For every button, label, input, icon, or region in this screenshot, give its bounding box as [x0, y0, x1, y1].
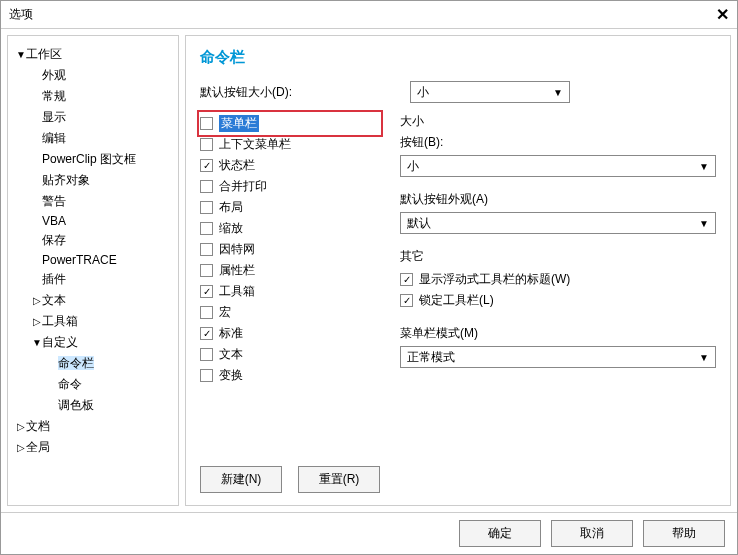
- tree-caret-icon: ▷: [32, 316, 42, 327]
- checkbox-label: 缩放: [219, 220, 243, 237]
- tree-item-label: 调色板: [58, 398, 94, 412]
- chevron-down-icon: ▼: [553, 87, 563, 98]
- checkbox-label: 上下文菜单栏: [219, 136, 291, 153]
- panel-title: 命令栏: [200, 48, 716, 67]
- checkbox-icon: [200, 369, 213, 382]
- checkbox-icon: [200, 264, 213, 277]
- tree-item[interactable]: 编辑: [12, 128, 174, 149]
- appearance-value: 默认: [407, 215, 431, 232]
- tree-item[interactable]: ▷文本: [12, 290, 174, 311]
- checkbox-icon: [200, 117, 213, 130]
- cancel-button[interactable]: 取消: [551, 520, 633, 547]
- size-group-label: 大小: [400, 113, 716, 130]
- tree-item[interactable]: 警告: [12, 191, 174, 212]
- tree-item[interactable]: VBA: [12, 212, 174, 230]
- mode-value: 正常模式: [407, 349, 455, 366]
- show-title-checkbox[interactable]: 显示浮动式工具栏的标题(W): [400, 269, 716, 290]
- properties-column: 大小 按钮(B): 小 ▼ 默认按钮外观(A) 默认 ▼: [400, 113, 716, 454]
- checkbox-icon: [200, 348, 213, 361]
- show-title-label: 显示浮动式工具栏的标题(W): [419, 271, 570, 288]
- tree-item-label: 命令: [58, 377, 82, 391]
- reset-button[interactable]: 重置(R): [298, 466, 380, 493]
- toolbar-checkbox-item[interactable]: 缩放: [200, 218, 380, 239]
- checkbox-label: 变换: [219, 367, 243, 384]
- tree-item-label: 贴齐对象: [42, 173, 90, 187]
- tree-item[interactable]: 保存: [12, 230, 174, 251]
- toolbar-checklist: 菜单栏上下文菜单栏状态栏合并打印布局缩放因特网属性栏工具箱宏标准文本变换: [200, 113, 380, 454]
- window-title: 选项: [9, 6, 33, 23]
- new-button[interactable]: 新建(N): [200, 466, 282, 493]
- toolbar-checkbox-item[interactable]: 标准: [200, 323, 380, 344]
- checkbox-icon: [200, 201, 213, 214]
- tree-item[interactable]: PowerTRACE: [12, 251, 174, 269]
- tree-item[interactable]: ▷全局: [12, 437, 174, 458]
- tree-item[interactable]: 贴齐对象: [12, 170, 174, 191]
- tree-item[interactable]: 常规: [12, 86, 174, 107]
- button-size-dropdown[interactable]: 小 ▼: [400, 155, 716, 177]
- tree-item-label: 显示: [42, 110, 66, 124]
- tree-caret-icon: ▷: [16, 421, 26, 432]
- close-icon[interactable]: ✕: [716, 5, 729, 24]
- appearance-group: 默认按钮外观(A) 默认 ▼: [400, 191, 716, 234]
- lock-toolbar-checkbox[interactable]: 锁定工具栏(L): [400, 290, 716, 311]
- size-group: 大小 按钮(B): 小 ▼: [400, 113, 716, 177]
- checkbox-icon: [200, 138, 213, 151]
- toolbar-checkbox-item[interactable]: 宏: [200, 302, 380, 323]
- tree-item[interactable]: 外观: [12, 65, 174, 86]
- tree-item-label: 文档: [26, 419, 50, 433]
- help-button[interactable]: 帮助: [643, 520, 725, 547]
- toolbar-checkbox-item[interactable]: 属性栏: [200, 260, 380, 281]
- tree-item[interactable]: 调色板: [12, 395, 174, 416]
- checkbox-icon: [200, 159, 213, 172]
- mode-dropdown[interactable]: 正常模式 ▼: [400, 346, 716, 368]
- tree-item[interactable]: 插件: [12, 269, 174, 290]
- checkbox-label: 状态栏: [219, 157, 255, 174]
- toolbar-checkbox-item[interactable]: 状态栏: [200, 155, 380, 176]
- titlebar: 选项 ✕: [1, 1, 737, 29]
- toolbar-checkbox-item[interactable]: 菜单栏: [200, 113, 380, 134]
- checkbox-label: 标准: [219, 325, 243, 342]
- other-group: 其它 显示浮动式工具栏的标题(W) 锁定工具栏(L): [400, 248, 716, 311]
- nav-tree[interactable]: ▼工作区外观常规显示编辑PowerClip 图文框贴齐对象警告VBA保存Powe…: [7, 35, 179, 506]
- tree-item[interactable]: 命令栏: [12, 353, 174, 374]
- mode-label: 菜单栏模式(M): [400, 325, 716, 342]
- tree-item-label: 插件: [42, 272, 66, 286]
- button-size-label: 按钮(B):: [400, 134, 716, 151]
- checkbox-icon: [400, 273, 413, 286]
- checkbox-label: 文本: [219, 346, 243, 363]
- tree-item[interactable]: ▷文档: [12, 416, 174, 437]
- tree-item[interactable]: PowerClip 图文框: [12, 149, 174, 170]
- chevron-down-icon: ▼: [699, 218, 709, 229]
- button-size-value: 小: [407, 158, 419, 175]
- toolbar-checkbox-item[interactable]: 上下文菜单栏: [200, 134, 380, 155]
- tree-item[interactable]: 显示: [12, 107, 174, 128]
- chevron-down-icon: ▼: [699, 161, 709, 172]
- tree-item[interactable]: ▼工作区: [12, 44, 174, 65]
- toolbar-checkbox-item[interactable]: 因特网: [200, 239, 380, 260]
- main-panel: 命令栏 默认按钮大小(D): 小 ▼ 菜单栏上下文菜单栏状态栏合并打印布局缩放因…: [185, 35, 731, 506]
- checkbox-label: 属性栏: [219, 262, 255, 279]
- ok-button[interactable]: 确定: [459, 520, 541, 547]
- tree-item[interactable]: 命令: [12, 374, 174, 395]
- tree-item-label: 工具箱: [42, 314, 78, 328]
- toolbar-checkbox-item[interactable]: 布局: [200, 197, 380, 218]
- mode-group: 菜单栏模式(M) 正常模式 ▼: [400, 325, 716, 368]
- default-size-dropdown[interactable]: 小 ▼: [410, 81, 570, 103]
- chevron-down-icon: ▼: [699, 352, 709, 363]
- toolbar-checkbox-item[interactable]: 变换: [200, 365, 380, 386]
- tree-item[interactable]: ▷工具箱: [12, 311, 174, 332]
- toolbar-checkbox-item[interactable]: 工具箱: [200, 281, 380, 302]
- tree-item-label: 命令栏: [58, 356, 94, 370]
- checkbox-icon: [200, 285, 213, 298]
- checkbox-label: 工具箱: [219, 283, 255, 300]
- checkbox-label: 合并打印: [219, 178, 267, 195]
- checkbox-label: 因特网: [219, 241, 255, 258]
- dialog-footer: 确定 取消 帮助: [1, 512, 737, 554]
- tree-item[interactable]: ▼自定义: [12, 332, 174, 353]
- toolbar-checkbox-item[interactable]: 文本: [200, 344, 380, 365]
- checkbox-label: 菜单栏: [219, 115, 259, 132]
- toolbar-checkbox-item[interactable]: 合并打印: [200, 176, 380, 197]
- tree-item-label: 全局: [26, 440, 50, 454]
- checkbox-label: 宏: [219, 304, 231, 321]
- appearance-dropdown[interactable]: 默认 ▼: [400, 212, 716, 234]
